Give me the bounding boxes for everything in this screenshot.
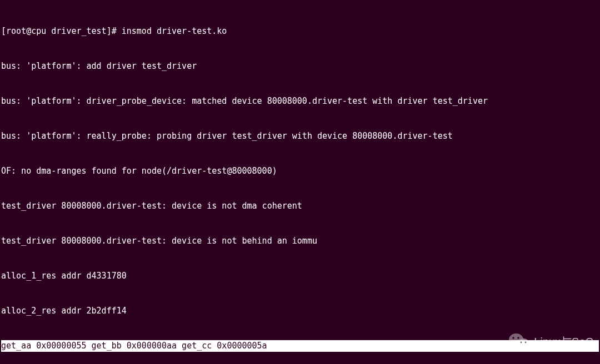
output-line: alloc_2_res addr 2b2dff14 [1, 305, 599, 317]
output-line: OF: no dma-ranges found for node(/driver… [1, 165, 599, 177]
output-line: test_driver 80008000.driver-test: device… [1, 200, 599, 212]
output-line: bus: 'platform': driver_probe_device: ma… [1, 95, 599, 107]
prompt-line-1: [root@cpu driver_test]# insmod driver-te… [1, 26, 599, 37]
prompt-command: insmod driver-test.ko [122, 26, 227, 36]
terminal-output[interactable]: [root@cpu driver_test]# insmod driver-te… [0, 0, 600, 364]
highlighted-line: get_aa 0x00000055 get_bb 0x000000aa get_… [1, 340, 599, 352]
output-line: test_driver 80008000.driver-test: device… [1, 235, 599, 247]
output-line: bus: 'platform': add driver test_driver [1, 60, 599, 72]
output-line: alloc_1_res addr d4331780 [1, 270, 599, 282]
prompt-user: [root@cpu driver_test]# [1, 26, 122, 36]
output-line: bus: 'platform': really_probe: probing d… [1, 130, 599, 142]
